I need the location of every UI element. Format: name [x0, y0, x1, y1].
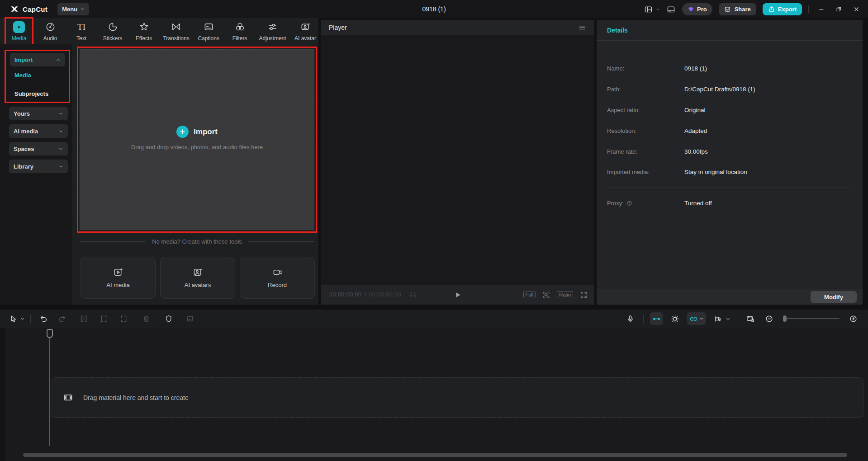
sidebar-group-spaces[interactable]: Spaces: [9, 142, 68, 155]
details-row-proxy: Proxy: Turned off: [597, 200, 863, 209]
timeline[interactable]: Drag material here and start to create: [0, 328, 868, 461]
titlebar-divider: [808, 5, 809, 13]
capcut-logo: CapCut: [10, 5, 47, 14]
share-icon: [724, 5, 732, 13]
ai-media-button[interactable]: AI media: [81, 257, 156, 299]
auto-snap-toggle[interactable]: [650, 312, 663, 325]
sidebar-group-library[interactable]: Library: [9, 160, 68, 173]
record-button[interactable]: Record: [240, 257, 315, 299]
filters-tab-icon: [235, 21, 245, 33]
timecode: 00:00:00:00 / 00:00:00:00: [329, 292, 401, 298]
sidebar-item-subprojects[interactable]: Subprojects: [14, 90, 48, 97]
details-panel: Details Name: 0918 (1) Path: D:/CapCut D…: [597, 20, 863, 305]
tab-ai-avatar[interactable]: AI avatar: [292, 19, 318, 44]
import-title: Import: [194, 127, 218, 136]
split-keep-left-icon[interactable]: [100, 315, 108, 323]
redo-icon[interactable]: [58, 315, 66, 323]
details-row-imported-media: Imported media: Stay in original locatio…: [597, 169, 863, 178]
select-mode-icon[interactable]: [714, 315, 722, 323]
media-sidebar: Import Media Subprojects Yours AI media …: [0, 44, 72, 305]
link-toggle[interactable]: [687, 312, 706, 325]
close-icon[interactable]: [853, 6, 860, 13]
ai-avatars-button[interactable]: AI avatars: [160, 257, 235, 299]
chevron-down-icon: [58, 111, 63, 116]
zoom-out-icon[interactable]: [765, 315, 773, 323]
voiceover-mic-icon[interactable]: [626, 315, 635, 323]
modify-button[interactable]: Modify: [811, 291, 857, 303]
no-media-divider: No media? Create with these tools: [80, 238, 314, 245]
details-divider: [607, 188, 852, 188]
tab-stickers[interactable]: Stickers: [100, 19, 126, 44]
zoom-preview-icon[interactable]: [542, 291, 550, 299]
playhead-line[interactable]: [49, 338, 50, 446]
tab-filters[interactable]: Filters: [227, 19, 253, 44]
playhead-handle[interactable]: [47, 329, 53, 338]
pro-button[interactable]: Pro: [682, 3, 712, 15]
zoom-slider-handle[interactable]: [783, 315, 787, 322]
sidebar-group-yours[interactable]: Yours: [9, 107, 68, 120]
ai-avatars-icon: [193, 267, 203, 278]
captions-tab-icon: [204, 21, 214, 33]
full-badge[interactable]: Full: [523, 291, 536, 298]
frame-view-icon[interactable]: [408, 290, 417, 299]
panel-toggle-icon[interactable]: [666, 5, 676, 14]
import-group-highlight: Import Media Subprojects: [5, 50, 70, 103]
select-chevron-icon[interactable]: [726, 316, 730, 321]
timeline-dropzone-text: Drag material here and start to create: [83, 394, 189, 401]
chevron-down-icon: [58, 164, 63, 169]
split-keep-right-icon[interactable]: [119, 315, 128, 323]
cursor-chevron-icon[interactable]: [20, 316, 25, 321]
text-tab-icon: TI: [77, 21, 85, 33]
layout-chevron-icon[interactable]: [656, 7, 660, 11]
adapt-timeline-icon[interactable]: [746, 314, 755, 323]
cursor-tool-icon[interactable]: [9, 315, 18, 323]
sidebar-item-media[interactable]: Media: [14, 72, 31, 79]
cover-icon[interactable]: [186, 315, 194, 323]
timeline-dropzone[interactable]: Drag material here and start to create: [51, 377, 863, 418]
link-chevron-icon[interactable]: [699, 316, 704, 321]
timeline-left-strip: [0, 328, 5, 461]
maximize-icon[interactable]: [835, 6, 842, 13]
sidebar-item-import[interactable]: Import: [10, 53, 65, 66]
fullscreen-icon[interactable]: [579, 291, 588, 299]
layout-toggle-icon[interactable]: [644, 5, 653, 14]
tab-audio[interactable]: Audio: [37, 19, 63, 44]
tabbar: Media Audio TI Text Stickers: [0, 18, 318, 44]
media-tab-icon: [13, 21, 25, 33]
import-subtitle: Drag and drop videos, photos, and audio …: [131, 144, 263, 151]
delete-icon[interactable]: [142, 315, 151, 323]
export-button[interactable]: Export: [763, 3, 802, 15]
import-dropzone[interactable]: Import Drag and drop videos, photos, and…: [80, 49, 314, 230]
minimize-icon[interactable]: [818, 6, 825, 13]
tab-effects[interactable]: Effects: [131, 19, 157, 44]
capcut-window: CapCut Menu 0918 (1) Pro: [0, 0, 868, 461]
player-viewport[interactable]: [321, 35, 594, 285]
ratio-badge[interactable]: Ratio: [557, 291, 573, 298]
details-row-name: Name: 0918 (1): [597, 65, 863, 74]
sidebar-group-ai-media[interactable]: AI media: [9, 124, 68, 138]
timeline-scrollbar[interactable]: [23, 453, 847, 457]
zoom-in-icon[interactable]: [849, 315, 858, 323]
tab-media[interactable]: Media: [6, 19, 32, 44]
tab-text[interactable]: TI Text: [68, 19, 95, 44]
player-controls: 00:00:00:00 / 00:00:00:00 Full Ratio: [321, 285, 594, 305]
help-icon[interactable]: [626, 200, 632, 206]
tab-transitions[interactable]: Transitions: [162, 19, 190, 44]
undo-icon[interactable]: [39, 315, 48, 323]
menu-button[interactable]: Menu: [57, 3, 89, 15]
plus-icon: [176, 126, 189, 138]
pro-gem-icon: [688, 6, 694, 13]
timeline-zoom-slider[interactable]: [783, 318, 840, 319]
tab-captions[interactable]: Captions: [195, 19, 222, 44]
app-title: CapCut: [23, 5, 47, 13]
export-icon: [768, 5, 775, 13]
player-title: Player: [329, 24, 347, 31]
preview-axis-icon[interactable]: [671, 315, 679, 323]
split-icon[interactable]: [80, 315, 88, 323]
tab-adjustment[interactable]: Adjustment: [258, 19, 287, 44]
audio-tab-icon: [45, 21, 56, 33]
play-button[interactable]: [454, 291, 461, 299]
mask-icon[interactable]: [165, 315, 173, 323]
share-button[interactable]: Share: [719, 3, 756, 15]
player-menu-icon[interactable]: [578, 24, 586, 32]
